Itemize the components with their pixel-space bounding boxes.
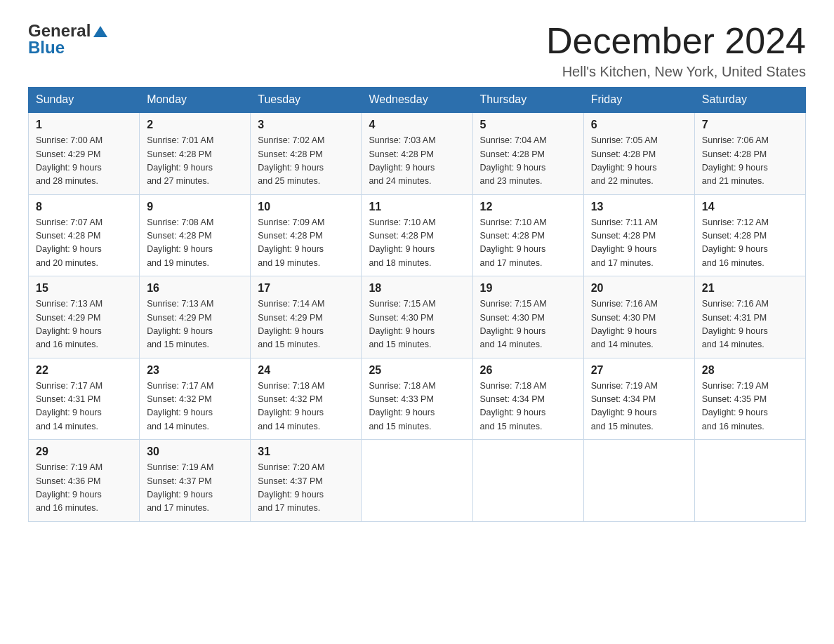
day-number: 27 — [591, 364, 687, 377]
day-number: 15 — [36, 282, 132, 295]
month-title: December 2024 — [546, 21, 806, 61]
day-number: 7 — [702, 119, 798, 131]
calendar-header-row: Sunday Monday Tuesday Wednesday Thursday… — [29, 88, 806, 113]
day-info: Sunrise: 7:17 AM Sunset: 4:32 PM Dayligh… — [147, 380, 243, 434]
day-number: 19 — [480, 282, 576, 295]
day-info: Sunrise: 7:04 AM Sunset: 4:28 PM Dayligh… — [480, 134, 576, 189]
day-number: 11 — [369, 201, 465, 213]
table-row: 17 Sunrise: 7:14 AM Sunset: 4:29 PM Dayl… — [251, 276, 362, 358]
col-sunday: Sunday — [29, 88, 140, 113]
day-number: 25 — [369, 364, 465, 377]
calendar-week-row: 8 Sunrise: 7:07 AM Sunset: 4:28 PM Dayli… — [29, 194, 806, 276]
day-number: 5 — [480, 119, 576, 131]
table-row: 26 Sunrise: 7:18 AM Sunset: 4:34 PM Dayl… — [472, 358, 583, 440]
day-info: Sunrise: 7:06 AM Sunset: 4:28 PM Dayligh… — [702, 134, 798, 189]
table-row: 29 Sunrise: 7:19 AM Sunset: 4:36 PM Dayl… — [29, 440, 140, 522]
day-number: 21 — [702, 282, 798, 295]
calendar-table: Sunday Monday Tuesday Wednesday Thursday… — [28, 87, 806, 522]
table-row: 28 Sunrise: 7:19 AM Sunset: 4:35 PM Dayl… — [694, 358, 805, 440]
day-number: 1 — [36, 119, 132, 131]
day-info: Sunrise: 7:01 AM Sunset: 4:28 PM Dayligh… — [147, 134, 243, 189]
day-info: Sunrise: 7:19 AM Sunset: 4:35 PM Dayligh… — [702, 380, 798, 434]
table-row: 30 Sunrise: 7:19 AM Sunset: 4:37 PM Dayl… — [140, 440, 251, 522]
day-info: Sunrise: 7:08 AM Sunset: 4:28 PM Dayligh… — [147, 216, 243, 271]
day-info: Sunrise: 7:18 AM Sunset: 4:32 PM Dayligh… — [258, 380, 354, 434]
day-info: Sunrise: 7:20 AM Sunset: 4:37 PM Dayligh… — [258, 461, 354, 516]
day-info: Sunrise: 7:18 AM Sunset: 4:33 PM Dayligh… — [369, 380, 465, 434]
col-friday: Friday — [583, 88, 694, 113]
day-info: Sunrise: 7:18 AM Sunset: 4:34 PM Dayligh… — [480, 380, 576, 434]
table-row: 21 Sunrise: 7:16 AM Sunset: 4:31 PM Dayl… — [694, 276, 805, 358]
table-row: 11 Sunrise: 7:10 AM Sunset: 4:28 PM Dayl… — [362, 194, 472, 276]
table-row: 2 Sunrise: 7:01 AM Sunset: 4:28 PM Dayli… — [140, 112, 251, 194]
table-row: 31 Sunrise: 7:20 AM Sunset: 4:37 PM Dayl… — [251, 440, 362, 522]
table-row: 14 Sunrise: 7:12 AM Sunset: 4:28 PM Dayl… — [694, 194, 805, 276]
day-number: 28 — [702, 364, 798, 377]
day-info: Sunrise: 7:19 AM Sunset: 4:36 PM Dayligh… — [36, 461, 132, 516]
day-info: Sunrise: 7:16 AM Sunset: 4:31 PM Dayligh… — [702, 297, 798, 352]
day-number: 10 — [258, 201, 354, 213]
day-number: 13 — [591, 201, 687, 213]
calendar-week-row: 22 Sunrise: 7:17 AM Sunset: 4:31 PM Dayl… — [29, 358, 806, 440]
day-number: 31 — [258, 445, 354, 458]
day-number: 24 — [258, 364, 354, 377]
day-info: Sunrise: 7:00 AM Sunset: 4:29 PM Dayligh… — [36, 134, 132, 189]
table-row: 23 Sunrise: 7:17 AM Sunset: 4:32 PM Dayl… — [140, 358, 251, 440]
table-row: 5 Sunrise: 7:04 AM Sunset: 4:28 PM Dayli… — [472, 112, 583, 194]
table-row — [472, 440, 583, 522]
day-info: Sunrise: 7:14 AM Sunset: 4:29 PM Dayligh… — [258, 297, 354, 352]
calendar-week-row: 1 Sunrise: 7:00 AM Sunset: 4:29 PM Dayli… — [29, 112, 806, 194]
day-info: Sunrise: 7:03 AM Sunset: 4:28 PM Dayligh… — [369, 134, 465, 189]
col-saturday: Saturday — [694, 88, 805, 113]
day-info: Sunrise: 7:13 AM Sunset: 4:29 PM Dayligh… — [147, 297, 243, 352]
logo: General Blue — [28, 21, 107, 58]
table-row: 4 Sunrise: 7:03 AM Sunset: 4:28 PM Dayli… — [362, 112, 472, 194]
col-monday: Monday — [140, 88, 251, 113]
day-number: 30 — [147, 445, 243, 458]
day-info: Sunrise: 7:07 AM Sunset: 4:28 PM Dayligh… — [36, 216, 132, 271]
table-row: 13 Sunrise: 7:11 AM Sunset: 4:28 PM Dayl… — [583, 194, 694, 276]
day-number: 8 — [36, 201, 132, 213]
table-row: 9 Sunrise: 7:08 AM Sunset: 4:28 PM Dayli… — [140, 194, 251, 276]
table-row — [362, 440, 472, 522]
day-number: 14 — [702, 201, 798, 213]
day-number: 2 — [147, 119, 243, 131]
day-info: Sunrise: 7:09 AM Sunset: 4:28 PM Dayligh… — [258, 216, 354, 271]
day-info: Sunrise: 7:05 AM Sunset: 4:28 PM Dayligh… — [591, 134, 687, 189]
day-info: Sunrise: 7:15 AM Sunset: 4:30 PM Dayligh… — [369, 297, 465, 352]
day-number: 26 — [480, 364, 576, 377]
day-number: 12 — [480, 201, 576, 213]
day-number: 20 — [591, 282, 687, 295]
table-row: 3 Sunrise: 7:02 AM Sunset: 4:28 PM Dayli… — [251, 112, 362, 194]
day-number: 22 — [36, 364, 132, 377]
table-row: 15 Sunrise: 7:13 AM Sunset: 4:29 PM Dayl… — [29, 276, 140, 358]
table-row: 8 Sunrise: 7:07 AM Sunset: 4:28 PM Dayli… — [29, 194, 140, 276]
day-number: 4 — [369, 119, 465, 131]
day-number: 23 — [147, 364, 243, 377]
table-row: 22 Sunrise: 7:17 AM Sunset: 4:31 PM Dayl… — [29, 358, 140, 440]
title-area: December 2024 Hell's Kitchen, New York, … — [546, 21, 806, 80]
day-info: Sunrise: 7:17 AM Sunset: 4:31 PM Dayligh… — [36, 380, 132, 434]
page-header: General Blue December 2024 Hell's Kitche… — [28, 21, 806, 80]
table-row: 1 Sunrise: 7:00 AM Sunset: 4:29 PM Dayli… — [29, 112, 140, 194]
calendar-week-row: 15 Sunrise: 7:13 AM Sunset: 4:29 PM Dayl… — [29, 276, 806, 358]
table-row: 19 Sunrise: 7:15 AM Sunset: 4:30 PM Dayl… — [472, 276, 583, 358]
day-info: Sunrise: 7:16 AM Sunset: 4:30 PM Dayligh… — [591, 297, 687, 352]
day-info: Sunrise: 7:02 AM Sunset: 4:28 PM Dayligh… — [258, 134, 354, 189]
calendar-week-row: 29 Sunrise: 7:19 AM Sunset: 4:36 PM Dayl… — [29, 440, 806, 522]
day-info: Sunrise: 7:15 AM Sunset: 4:30 PM Dayligh… — [480, 297, 576, 352]
day-info: Sunrise: 7:13 AM Sunset: 4:29 PM Dayligh… — [36, 297, 132, 352]
day-info: Sunrise: 7:10 AM Sunset: 4:28 PM Dayligh… — [369, 216, 465, 271]
day-info: Sunrise: 7:11 AM Sunset: 4:28 PM Dayligh… — [591, 216, 687, 271]
day-info: Sunrise: 7:12 AM Sunset: 4:28 PM Dayligh… — [702, 216, 798, 271]
day-info: Sunrise: 7:10 AM Sunset: 4:28 PM Dayligh… — [480, 216, 576, 271]
table-row: 7 Sunrise: 7:06 AM Sunset: 4:28 PM Dayli… — [694, 112, 805, 194]
table-row — [694, 440, 805, 522]
table-row: 6 Sunrise: 7:05 AM Sunset: 4:28 PM Dayli… — [583, 112, 694, 194]
table-row: 27 Sunrise: 7:19 AM Sunset: 4:34 PM Dayl… — [583, 358, 694, 440]
day-info: Sunrise: 7:19 AM Sunset: 4:37 PM Dayligh… — [147, 461, 243, 516]
table-row — [583, 440, 694, 522]
col-thursday: Thursday — [472, 88, 583, 113]
day-number: 3 — [258, 119, 354, 131]
table-row: 20 Sunrise: 7:16 AM Sunset: 4:30 PM Dayl… — [583, 276, 694, 358]
